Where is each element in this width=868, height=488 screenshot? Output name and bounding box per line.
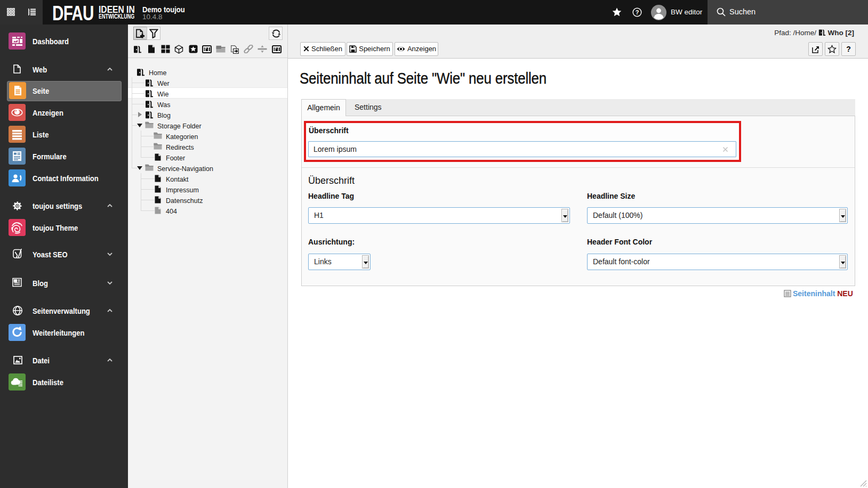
svg-text:?: ?: [636, 9, 639, 15]
